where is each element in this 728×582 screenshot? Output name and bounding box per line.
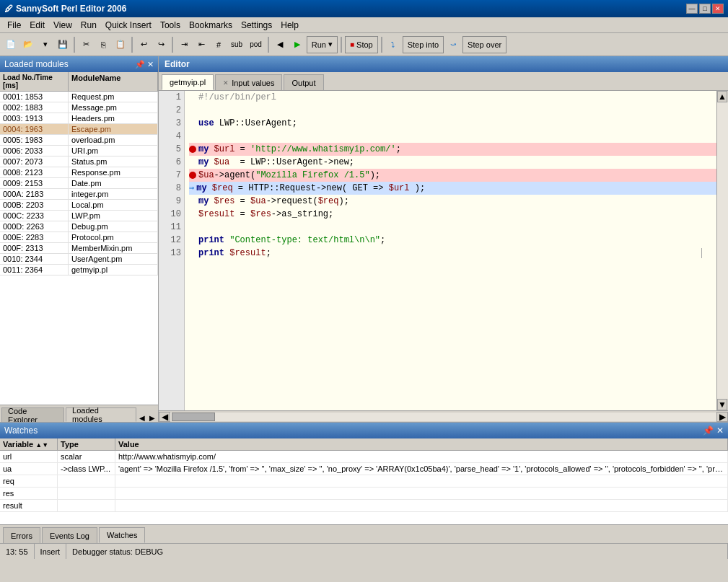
tab-watches[interactable]: Watches xyxy=(99,527,145,543)
module-name: UserAgent.pm xyxy=(69,254,158,264)
watch-row[interactable]: res xyxy=(0,488,728,500)
statusbar: 13: 55 Insert Debugger status: DEBUG xyxy=(0,543,728,559)
watches-pin-icon[interactable]: 📌 xyxy=(703,426,714,436)
prev-button[interactable]: ◀ xyxy=(272,36,288,53)
module-row[interactable]: 0005: 1983overload.pm xyxy=(0,135,158,146)
tab-input-values[interactable]: ✕ Input values xyxy=(215,74,282,90)
module-row[interactable]: 000F: 2313MemberMixin.pm xyxy=(0,243,158,254)
step-over-button[interactable]: Step over xyxy=(462,36,506,53)
code-editor[interactable]: 1 2 3 4 5 6 7 8 9 10 11 12 13 xyxy=(159,91,716,410)
module-row[interactable]: 000D: 2263Debug.pm xyxy=(0,221,158,232)
nav-next[interactable]: ▶ xyxy=(148,414,157,422)
watch-row[interactable]: req xyxy=(0,475,728,488)
scroll-down[interactable]: ▼ xyxy=(717,399,727,410)
module-row[interactable]: 0009: 2153Date.pm xyxy=(0,178,158,189)
menu-quick-insert[interactable]: Quick Insert xyxy=(101,19,156,32)
menu-help[interactable]: Help xyxy=(276,19,303,32)
editor-scrollbar-vertical[interactable]: ▲ ▼ xyxy=(716,91,728,410)
code-content: 1 2 3 4 5 6 7 8 9 10 11 12 13 xyxy=(159,91,716,410)
menu-tools[interactable]: Tools xyxy=(156,19,185,32)
redo-button[interactable]: ↪ xyxy=(153,36,169,53)
tab-loaded-modules[interactable]: Loaded modules xyxy=(66,407,136,422)
scroll-right[interactable]: ▶ xyxy=(716,412,728,422)
module-row[interactable]: 000B: 2203Local.pm xyxy=(0,200,158,211)
sub-button[interactable]: sub xyxy=(228,36,245,53)
watch-row[interactable]: result xyxy=(0,500,728,512)
scroll-left[interactable]: ◀ xyxy=(159,412,170,422)
module-row[interactable]: 0011: 2364getmyip.pl xyxy=(0,265,158,275)
module-num: 0004: 1963 xyxy=(0,124,69,134)
pod-button[interactable]: pod xyxy=(247,36,265,53)
toolbar: 📄 📂 ▾ 💾 ✂ ⎘ 📋 ↩ ↪ ⇥ ⇤ # sub pod ◀ ▶ Run … xyxy=(0,33,728,56)
code-line-7: $ua->agent("Mozilla Firefox /1.5"); xyxy=(189,169,716,182)
close-button[interactable]: ✕ xyxy=(712,4,724,14)
comment-button[interactable]: # xyxy=(211,36,227,53)
minimize-button[interactable]: — xyxy=(686,4,698,14)
debugger-text: Debugger status: DEBUG xyxy=(72,547,163,556)
save-button[interactable]: 💾 xyxy=(55,36,71,53)
left-panel-nav: ◀ ▶ xyxy=(138,414,157,422)
open-button[interactable]: 📂 xyxy=(20,36,36,53)
menu-file[interactable]: File xyxy=(3,19,25,32)
tab-close-x[interactable]: ✕ xyxy=(223,79,229,87)
unindent-button[interactable]: ⇤ xyxy=(193,36,209,53)
left-panel-header-icons: 📌 ✕ xyxy=(135,60,154,69)
code-line-10: $result = $res->as_string; xyxy=(189,208,716,221)
code-line-12: print "Content-type: text/html\n\n"; xyxy=(189,234,716,247)
undo-button[interactable]: ↩ xyxy=(136,36,152,53)
menu-view[interactable]: View xyxy=(49,19,76,32)
run-button[interactable]: Run ▾ xyxy=(307,36,338,53)
separator-3 xyxy=(172,37,173,53)
module-row[interactable]: 0004: 1963Escape.pm xyxy=(0,124,158,135)
watch-row[interactable]: urlscalarhttp://www.whatismyip.com/ xyxy=(0,451,728,463)
module-num: 000C: 2233 xyxy=(0,211,69,221)
separator-6 xyxy=(381,37,382,53)
module-name: Debug.pm xyxy=(69,221,158,232)
titlebar-left: 🖊 SannySoft Perl Editor 2006 xyxy=(4,4,126,14)
menu-settings[interactable]: Settings xyxy=(237,19,276,32)
new-button[interactable]: 📄 xyxy=(3,36,19,53)
tab-code-explorer[interactable]: Code Explorer xyxy=(1,407,64,422)
open-dropdown[interactable]: ▾ xyxy=(38,36,53,53)
paste-button[interactable]: 📋 xyxy=(113,36,128,53)
module-row[interactable]: 0003: 1913Headers.pm xyxy=(0,113,158,124)
pin-icon[interactable]: 📌 xyxy=(135,60,145,69)
editor-scrollbar-horizontal[interactable]: ◀ ▶ xyxy=(159,410,728,422)
menu-run[interactable]: Run xyxy=(76,19,101,32)
menu-bookmarks[interactable]: Bookmarks xyxy=(185,19,237,32)
module-row[interactable]: 0007: 2073Status.pm xyxy=(0,156,158,167)
breakpoint-5[interactable] xyxy=(189,146,196,153)
arrow-8: ⇒ xyxy=(189,182,194,195)
tab-output[interactable]: Output xyxy=(284,74,323,90)
module-row[interactable]: 0008: 2123Response.pm xyxy=(0,167,158,178)
step-into-button[interactable]: Step into xyxy=(403,36,444,53)
watches-close-icon[interactable]: ✕ xyxy=(716,426,724,436)
module-row[interactable]: 000E: 2283Protocol.pm xyxy=(0,232,158,243)
nav-prev[interactable]: ◀ xyxy=(138,414,146,422)
stop-button[interactable]: ■ Stop xyxy=(345,36,378,53)
module-row[interactable]: 0010: 2344UserAgent.pm xyxy=(0,254,158,265)
cut-button[interactable]: ✂ xyxy=(78,36,94,53)
module-row[interactable]: 000A: 2183integer.pm xyxy=(0,189,158,200)
tab-events-log[interactable]: Events Log xyxy=(42,527,97,543)
indent-button[interactable]: ⇥ xyxy=(176,36,192,53)
menu-edit[interactable]: Edit xyxy=(25,19,49,32)
breakpoint-7[interactable] xyxy=(189,172,196,179)
scroll-up[interactable]: ▲ xyxy=(717,91,727,102)
module-row[interactable]: 000C: 2233LWP.pm xyxy=(0,211,158,221)
step-over-label: Step over xyxy=(468,40,501,49)
module-row[interactable]: 0002: 1883Message.pm xyxy=(0,102,158,113)
module-name: LWP.pm xyxy=(69,211,158,221)
tab-getmyip[interactable]: getmyip.pl xyxy=(162,74,214,90)
module-name: overload.pm xyxy=(69,135,158,145)
modules-table: Load No./Time [ms] ModuleName 0001: 1853… xyxy=(0,72,158,405)
watch-value: 'agent' => 'Mozilla Firefox /1.5', 'from… xyxy=(115,463,728,475)
tab-errors[interactable]: Errors xyxy=(3,527,40,543)
module-row[interactable]: 0006: 2033URI.pm xyxy=(0,146,158,156)
copy-button[interactable]: ⎘ xyxy=(95,36,111,53)
maximize-button[interactable]: □ xyxy=(699,4,711,14)
module-row[interactable]: 0001: 1853Request.pm xyxy=(0,92,158,102)
watch-row[interactable]: ua->class LWP...'agent' => 'Mozilla Fire… xyxy=(0,463,728,475)
close-panel-icon[interactable]: ✕ xyxy=(147,60,154,69)
scrollbar-thumb-h[interactable] xyxy=(172,413,215,421)
